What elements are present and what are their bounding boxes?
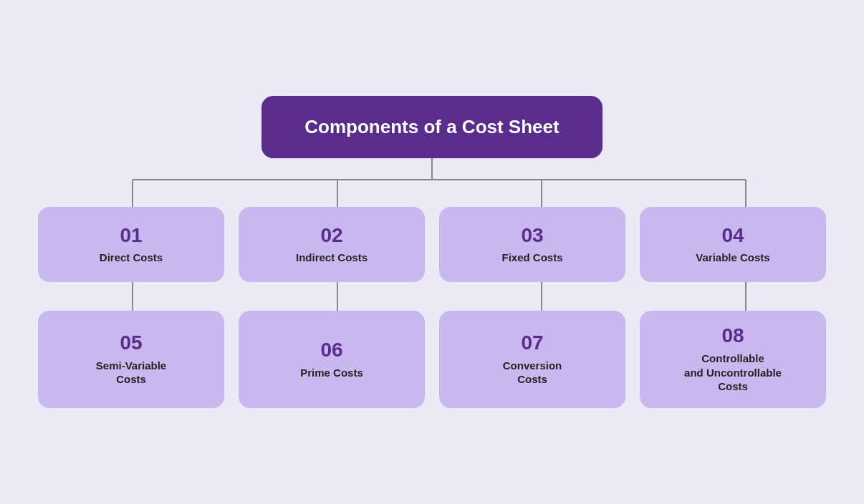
row-1: 01 Direct Costs 02 Indirect Costs 03 Fix…: [38, 207, 826, 282]
card-row2-2: 06 Prime Costs: [239, 311, 425, 407]
card-row1-1: 01 Direct Costs: [38, 207, 224, 282]
card-number: 06: [320, 339, 342, 362]
card-label: Variable Costs: [696, 251, 769, 265]
card-row1-3: 03 Fixed Costs: [439, 207, 625, 282]
card-label: Controllableand UncontrollableCosts: [684, 352, 782, 394]
card-number: 04: [721, 225, 744, 247]
card-number: 07: [521, 332, 543, 354]
card-number: 02: [320, 225, 342, 247]
card-label: Indirect Costs: [296, 251, 368, 265]
card-label: Prime Costs: [300, 366, 363, 380]
card-label: Semi-VariableCosts: [96, 359, 166, 387]
card-label: Fixed Costs: [501, 251, 562, 265]
row-connectors-svg: [38, 282, 826, 311]
title-text: Components of a Cost Sheet: [304, 116, 559, 137]
card-label: Direct Costs: [100, 251, 163, 265]
diagram: Components of a Cost Sheet 01 Direct Cos…: [38, 96, 826, 407]
card-number: 08: [721, 325, 744, 347]
title-connector: [38, 158, 826, 207]
row-2: 05 Semi-VariableCosts 06 Prime Costs 07 …: [38, 311, 826, 407]
card-row1-4: 04 Variable Costs: [640, 207, 826, 282]
card-row2-3: 07 ConversionCosts: [439, 311, 625, 407]
card-row1-2: 02 Indirect Costs: [239, 207, 425, 282]
branch-connector-svg: [38, 158, 826, 207]
card-number: 05: [120, 332, 142, 354]
card-label: ConversionCosts: [503, 359, 562, 387]
card-row2-1: 05 Semi-VariableCosts: [38, 311, 224, 407]
card-number: 03: [521, 225, 543, 247]
card-number: 01: [120, 225, 142, 247]
title-box: Components of a Cost Sheet: [261, 96, 602, 158]
card-row2-4: 08 Controllableand UncontrollableCosts: [640, 311, 826, 407]
